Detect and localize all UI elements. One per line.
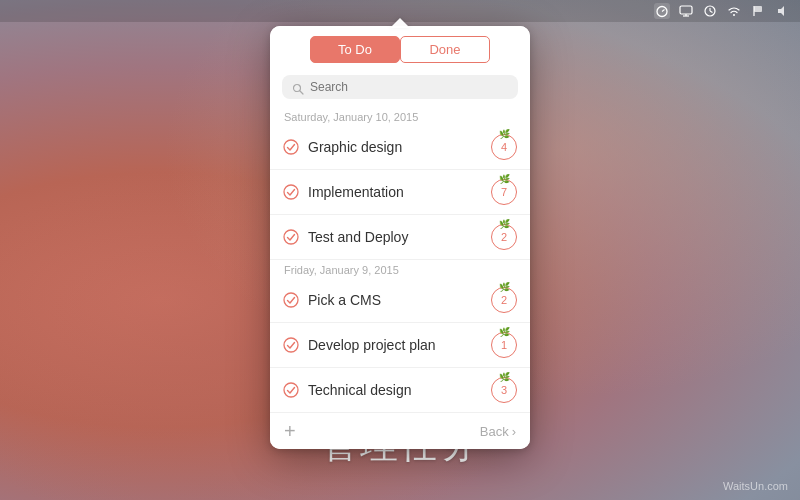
tomato-badge: 🌿 4 bbox=[490, 133, 518, 161]
svg-point-15 bbox=[284, 140, 298, 154]
task-item: Test and Deploy 🌿 2 bbox=[270, 215, 530, 260]
check-icon bbox=[282, 228, 300, 246]
tomato-circle: 🌿 2 bbox=[491, 224, 517, 250]
tomato-circle: 🌿 2 bbox=[491, 287, 517, 313]
display-icon[interactable] bbox=[678, 3, 694, 19]
check-icon bbox=[282, 138, 300, 156]
search-input-wrap bbox=[282, 75, 518, 99]
task-label: Graphic design bbox=[308, 139, 482, 155]
task-item: Pick a CMS 🌿 2 bbox=[270, 278, 530, 323]
tomato-leaf: 🌿 bbox=[499, 283, 510, 292]
svg-line-2 bbox=[662, 10, 665, 12]
svg-point-18 bbox=[284, 293, 298, 307]
tomato-leaf: 🌿 bbox=[499, 130, 510, 139]
svg-rect-10 bbox=[754, 6, 762, 12]
task-label: Pick a CMS bbox=[308, 292, 482, 308]
tomato-badge: 🌿 2 bbox=[490, 223, 518, 251]
tomato-badge: 🌿 7 bbox=[490, 178, 518, 206]
svg-line-8 bbox=[710, 11, 713, 13]
svg-point-20 bbox=[284, 383, 298, 397]
svg-rect-3 bbox=[680, 6, 692, 14]
svg-line-14 bbox=[300, 91, 304, 95]
task-item: Develop project plan 🌿 1 bbox=[270, 323, 530, 368]
popup-container: To Do Done Saturday, January 10, 2015 Gr… bbox=[270, 26, 530, 449]
tomato-badge: 🌿 2 bbox=[490, 286, 518, 314]
date-separator-1: Saturday, January 10, 2015 bbox=[270, 107, 530, 125]
task-label: Implementation bbox=[308, 184, 482, 200]
flag-icon[interactable] bbox=[750, 3, 766, 19]
svg-point-17 bbox=[284, 230, 298, 244]
timer-icon[interactable] bbox=[654, 3, 670, 19]
watermark: WaitsUn.com bbox=[723, 480, 788, 492]
tomato-circle: 🌿 4 bbox=[491, 134, 517, 160]
task-label: Technical design bbox=[308, 382, 482, 398]
back-label: Back bbox=[480, 424, 509, 439]
tab-todo[interactable]: To Do bbox=[310, 36, 400, 63]
tomato-circle: 🌿 7 bbox=[491, 179, 517, 205]
check-icon bbox=[282, 291, 300, 309]
clock-icon[interactable] bbox=[702, 3, 718, 19]
svg-point-9 bbox=[733, 14, 735, 16]
check-icon bbox=[282, 336, 300, 354]
tomato-leaf: 🌿 bbox=[499, 220, 510, 229]
search-bar bbox=[270, 71, 530, 107]
volume-icon[interactable] bbox=[774, 3, 790, 19]
check-icon bbox=[282, 381, 300, 399]
search-input[interactable] bbox=[310, 80, 508, 94]
task-list: Saturday, January 10, 2015 Graphic desig… bbox=[270, 107, 530, 412]
svg-point-16 bbox=[284, 185, 298, 199]
tomato-badge: 🌿 3 bbox=[490, 376, 518, 404]
task-item: Implementation 🌿 7 bbox=[270, 170, 530, 215]
check-icon bbox=[282, 183, 300, 201]
tab-done[interactable]: Done bbox=[400, 36, 490, 63]
tomato-leaf: 🌿 bbox=[499, 175, 510, 184]
date-separator-2: Friday, January 9, 2015 bbox=[270, 260, 530, 278]
back-button[interactable]: Back › bbox=[480, 424, 516, 439]
tomato-circle: 🌿 1 bbox=[491, 332, 517, 358]
popup-footer: + Back › bbox=[270, 412, 530, 449]
task-item: Technical design 🌿 3 bbox=[270, 368, 530, 412]
tomato-badge: 🌿 1 bbox=[490, 331, 518, 359]
wifi-icon[interactable] bbox=[726, 3, 742, 19]
task-label: Test and Deploy bbox=[308, 229, 482, 245]
search-icon bbox=[292, 81, 304, 93]
svg-marker-12 bbox=[778, 6, 784, 16]
tomato-leaf: 🌿 bbox=[499, 373, 510, 382]
svg-point-19 bbox=[284, 338, 298, 352]
task-item: Graphic design 🌿 4 bbox=[270, 125, 530, 170]
task-label: Develop project plan bbox=[308, 337, 482, 353]
chevron-right-icon: › bbox=[512, 424, 516, 439]
tab-bar: To Do Done bbox=[270, 26, 530, 71]
popup-arrow bbox=[390, 18, 410, 28]
add-button[interactable]: + bbox=[284, 421, 296, 441]
tomato-circle: 🌿 3 bbox=[491, 377, 517, 403]
tomato-leaf: 🌿 bbox=[499, 328, 510, 337]
